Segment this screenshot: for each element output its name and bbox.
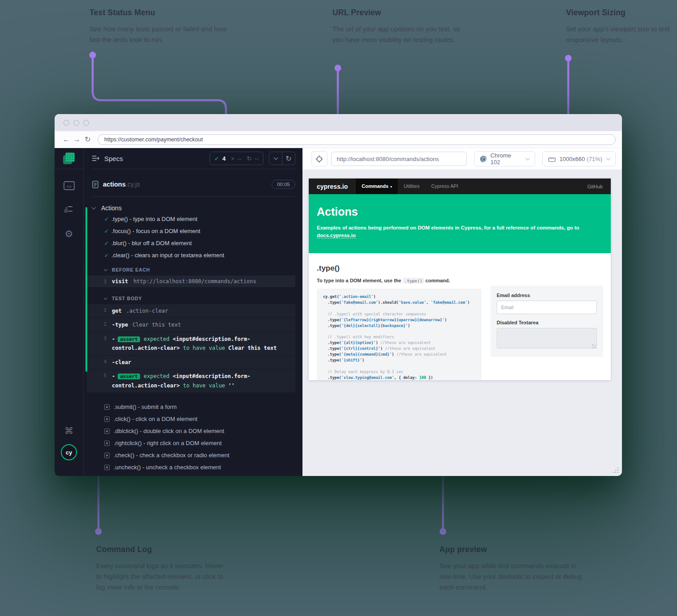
app-nav-item-commands[interactable]: Commands▾	[356, 178, 398, 194]
command-name: -	[112, 373, 115, 379]
keyboard-shortcuts-icon[interactable]: ⌘	[55, 425, 83, 436]
annotation-url-preview: URL Preview The url of your app updates …	[332, 8, 467, 45]
traffic-light-close[interactable]	[64, 120, 69, 126]
spec-file-row[interactable]: actions .cy.js 00:05	[92, 176, 295, 192]
collapse-all-button[interactable]	[269, 152, 282, 165]
annotation-title: Test Status Menu	[89, 8, 228, 17]
test-row-pending[interactable]: .select() - select an option in a <selec…	[92, 473, 295, 476]
test-row-pending[interactable]: .check() - check a checkbox or radio ele…	[92, 449, 295, 461]
ruler-icon	[548, 156, 556, 162]
viewport-size-button[interactable]: 1000x660 (71%)	[542, 151, 616, 166]
app-nav-item-utilities[interactable]: Utilities	[398, 178, 425, 194]
rerun-tests-button[interactable]: ↻	[282, 152, 295, 165]
reload-icon[interactable]: ↻	[82, 135, 93, 144]
traffic-light-minimize[interactable]	[73, 120, 79, 126]
chevron-down-icon	[104, 296, 107, 299]
pending-tests-list: .submit() - submit a form.click() - clic…	[92, 401, 295, 476]
command-row[interactable]: 1get.action-clear	[87, 304, 295, 318]
pending-icon: ↻	[247, 155, 251, 162]
suite-name: Actions	[101, 204, 122, 212]
dot-test-status	[89, 52, 96, 59]
code-line	[323, 328, 475, 334]
app-url-input[interactable]	[331, 152, 467, 166]
code-line	[323, 306, 475, 311]
passed-icon: ✓	[214, 155, 219, 162]
test-row-pending[interactable]: .rightclick() - right click on a DOM ele…	[92, 437, 295, 449]
code-line: .type('{alt}{option}') //these are equiv…	[323, 340, 475, 346]
test-label: .submit() - submit a form	[114, 404, 177, 410]
command-name: get	[112, 308, 122, 314]
app-brand[interactable]: cypress.io	[309, 183, 356, 190]
forward-icon[interactable]: →	[72, 136, 82, 144]
app-nav-item-cypress-api[interactable]: Cypress API	[426, 178, 464, 194]
test-row-pending[interactable]: .submit() - submit a form	[92, 401, 295, 413]
test-row-passed[interactable]: ✓.blur() - blur off a DOM element	[92, 237, 295, 249]
command-number: 3	[87, 335, 112, 353]
command-log: 1get.action-clear2-typeClear this text3-…	[87, 304, 295, 392]
window-resize-handle[interactable]	[613, 467, 619, 473]
browser-window: ← → ↻ https://customer.com/payment/check…	[55, 114, 622, 476]
annotation-app-preview: App preview See your app while test comm…	[439, 545, 587, 593]
resize-grip-icon	[592, 344, 596, 348]
textarea-label: Disabled Textarea	[497, 320, 597, 325]
test-label: .blur() - blur off a DOM element	[111, 240, 192, 246]
before-each-header[interactable]: BEFORE EACH	[92, 265, 295, 274]
specs-browser-icon[interactable]	[63, 153, 75, 164]
spec-file-ext: .cy.js	[126, 181, 140, 188]
gear-icon[interactable]: ⚙	[55, 229, 83, 239]
command-row[interactable]: 2-typeClear this text	[87, 318, 295, 331]
docs-link[interactable]: docs.cypress.io	[317, 233, 356, 238]
browser-select[interactable]: Chrome 102	[474, 151, 535, 166]
chevron-down-icon	[92, 205, 96, 210]
app-preview-pane: Chrome 102 1000x660 (71%) cypress.io	[302, 148, 622, 476]
email-field[interactable]	[497, 301, 597, 314]
annotation-title: App preview	[439, 545, 587, 554]
cypress-logo[interactable]: cy	[55, 444, 83, 460]
annotation-body: The url of your app updates on you test,…	[332, 24, 467, 45]
preview-bar: Chrome 102 1000x660 (71%)	[302, 148, 622, 170]
test-row-pending[interactable]: .uncheck() - uncheck a checkbox element	[92, 461, 295, 473]
check-icon: ✓	[104, 240, 111, 246]
suite-header[interactable]: Actions	[92, 203, 295, 213]
window-titlebar	[55, 114, 622, 131]
inline-code: .type()	[403, 278, 424, 284]
app-nav-github[interactable]: GitHub	[579, 184, 611, 189]
code-line	[323, 363, 475, 369]
test-status-menu[interactable]: ✓ 4 × -- ↻ --	[209, 152, 264, 165]
test-row-passed[interactable]: ✓.clear() - clears an input or textarea …	[92, 249, 295, 261]
code-window-icon[interactable]: <>	[55, 181, 83, 192]
assert-mid: to have value	[180, 382, 228, 389]
traffic-light-zoom[interactable]	[83, 120, 89, 126]
selector-playground-button[interactable]	[311, 151, 328, 166]
test-row-passed[interactable]: ✓.type() - type into a DOM element	[92, 213, 295, 225]
dot-viewport	[565, 55, 572, 62]
command-name: -type	[112, 322, 128, 328]
app-hero-subtitle: Examples of actions being performed on D…	[317, 224, 594, 239]
command-row-visit[interactable]: 1 visit http://localhost:8080/commands/a…	[87, 276, 295, 287]
back-icon[interactable]: ←	[61, 136, 72, 144]
command-row[interactable]: 5-assertexpected <input#description.form…	[87, 370, 295, 392]
pending-box-icon	[104, 404, 110, 410]
test-label: .clear() - clears an input or textarea e…	[111, 252, 224, 259]
annotation-title: URL Preview	[332, 8, 467, 17]
test-label: .click() - click on a DOM element	[114, 416, 197, 422]
test-row-pending[interactable]: .dblclick() - double click on a DOM elem…	[92, 425, 295, 437]
command-arg: .action-clear	[126, 308, 168, 314]
check-icon: ✓	[104, 228, 111, 234]
specs-menu-icon[interactable]	[92, 156, 100, 161]
annotation-body: See your app while test commands execute…	[439, 561, 587, 593]
test-row-passed[interactable]: ✓.focus() - focus on a DOM element	[92, 225, 295, 237]
test-results-icon[interactable]: x	[55, 205, 83, 215]
test-row-pending[interactable]: .click() - click on a DOM element	[92, 413, 295, 425]
failed-count: --	[238, 155, 242, 162]
test-body-header[interactable]: TEST BODY	[92, 294, 295, 303]
active-test-indicator	[85, 207, 87, 372]
reporter: Specs ✓ 4 × -- ↻ -- ↻	[84, 148, 302, 476]
spec-duration-badge: 00:05	[272, 180, 295, 189]
pending-box-icon	[104, 441, 110, 446]
command-row[interactable]: 3-assertexpected <input#description.form…	[87, 332, 295, 355]
chevron-down-icon	[526, 156, 530, 161]
specs-label[interactable]: Specs	[104, 155, 123, 162]
address-bar[interactable]: https://customer.com/payment/checkout	[98, 134, 616, 145]
command-row[interactable]: 4-clear	[87, 356, 295, 369]
